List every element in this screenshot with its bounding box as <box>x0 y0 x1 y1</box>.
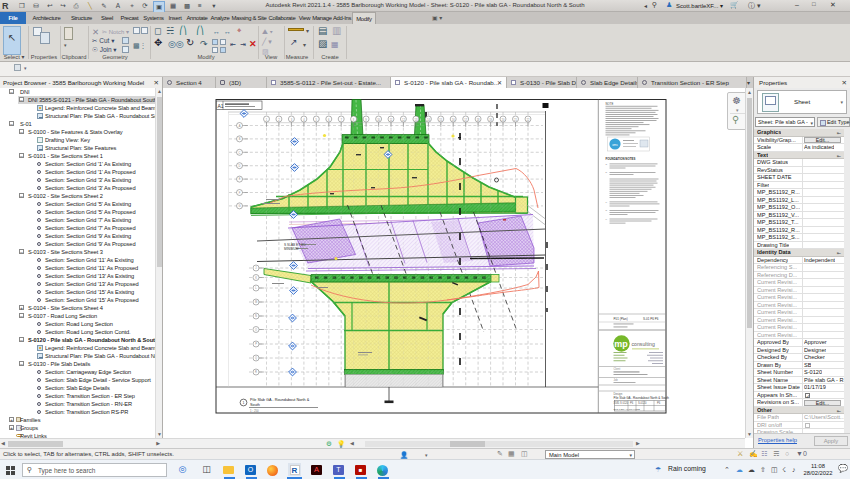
svg-text:G: G <box>238 204 240 208</box>
svg-text:FOUNDATION NOTES: FOUNDATION NOTES <box>606 157 636 161</box>
svg-text:c.: c. <box>606 201 608 204</box>
svg-text:K: K <box>255 276 257 280</box>
svg-text:Client: Client <box>614 367 621 371</box>
svg-text:P: P <box>255 342 257 346</box>
svg-text:South: South <box>250 403 260 407</box>
properties: Sheet ▾ Sheet: Pile slab GA - I ▾ Edit T… <box>753 88 850 448</box>
svg-text:MINIMUM: MINIMUM <box>284 247 299 251</box>
svg-text:oms: oms <box>612 143 618 147</box>
svg-text:a.: a. <box>606 163 608 166</box>
svg-text:S02 1:250 A1 mm Feb22: S02 1:250 A1 mm Feb22 <box>614 408 641 411</box>
title-bar: R ❐ ⛁ ↩ ↪ ⎙ ╲ ✎ A ⌖ ⟳ ▣ ▦ ▩ ≡ ▾ Autodesk… <box>0 0 850 12</box>
svg-text:mp: mp <box>614 339 628 349</box>
svg-text:P6: P6 <box>657 401 661 405</box>
svg-text:C: C <box>239 151 241 155</box>
svg-text:NOTE: NOTE <box>606 102 614 106</box>
svg-text:M: M <box>255 300 257 304</box>
svg-text:1 : 250: 1 : 250 <box>250 409 259 413</box>
svg-text:B: B <box>239 137 241 141</box>
status-bar: Click to select, TAB for alternates, CTR… <box>0 448 850 459</box>
svg-text:S-01 P6 P6: S-01 P6 P6 <box>643 317 659 321</box>
svg-text:Job: Job <box>614 378 619 382</box>
options-bar: ▾ <box>0 62 850 77</box>
svg-text:1: 1 <box>243 401 245 405</box>
scroll-strip: ◀ ▶ ⚙ 💡 ◀ ▶ <box>0 438 745 448</box>
ribbon-tabs: FileArchitectureStructureSteelPrecastSys… <box>0 12 850 24</box>
svg-text:e.: e. <box>606 218 608 221</box>
tab-strip: Project Browser - 3585 Barlborough Worki… <box>0 77 850 88</box>
svg-text:Pile Slab GA - Roundabout Nort: Pile Slab GA - Roundabout North & South <box>614 396 670 400</box>
project-browser: –DNI –DNI 3585-S-0121 - Pile Slab GA - R… <box>0 88 163 438</box>
taskbar: ⚲ Type here to search ◎ ◫ O R A T ■ ☂ Ra… <box>0 459 850 479</box>
svg-text:d.: d. <box>606 209 608 212</box>
svg-text:E: E <box>239 177 241 181</box>
svg-text:Q: Q <box>255 356 257 360</box>
sheet-drawing: A1 12345678910111213141516171819202122 A… <box>163 88 745 438</box>
svg-text:3585 S 0120: 3585 S 0120 <box>614 401 629 405</box>
svg-text:P01 (Plan): P01 (Plan) <box>614 317 628 321</box>
ribbon: ↖ Select ▾ Properties ▾ Clipboard ✕ ✂ No… <box>0 24 850 62</box>
svg-text:P6: P6 <box>630 401 634 405</box>
svg-text:D: D <box>239 164 241 168</box>
svg-text:Pile Slab GA - Roundabout Nor: Pile Slab GA - Roundabout North & <box>250 398 310 402</box>
svg-text:S-0120: S-0120 <box>638 401 647 405</box>
svg-text:Design: Design <box>614 392 623 396</box>
svg-text:R: R <box>255 370 257 374</box>
svg-text:A1: A1 <box>218 103 224 109</box>
svg-text:N: N <box>255 314 257 318</box>
svg-text:b.: b. <box>606 171 608 174</box>
svg-text:O: O <box>255 328 257 332</box>
svg-text:A: A <box>239 124 241 128</box>
svg-text:consulting: consulting <box>632 341 655 347</box>
